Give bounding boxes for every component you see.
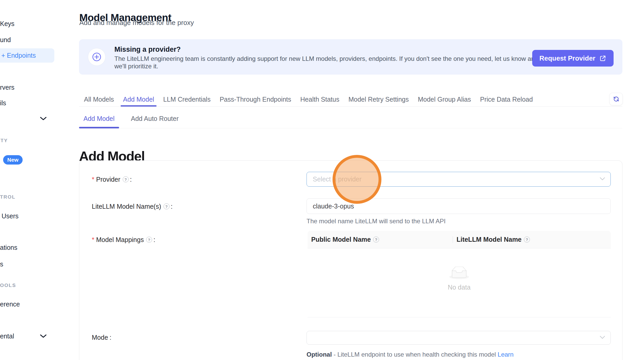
- sidebar-item-experimental[interactable]: ental: [0, 332, 14, 340]
- help-icon[interactable]: ?: [123, 176, 129, 182]
- mode-label: Mode :: [92, 334, 112, 341]
- sidebar-item-playground[interactable]: und: [0, 36, 11, 44]
- tab-price-data-reload[interactable]: Price Data Reload: [479, 92, 534, 106]
- sidebar-section-tools: OOLS: [0, 283, 16, 288]
- model-tabs: All Models Add Model LLM Credentials Pas…: [79, 92, 622, 107]
- sidebar-item-teams[interactable]: s: [0, 260, 3, 268]
- provider-placeholder: Select a provider: [313, 175, 362, 183]
- tab-llm-credentials[interactable]: LLM Credentials: [162, 92, 211, 106]
- sidebar-item-keys[interactable]: Keys: [0, 20, 15, 28]
- sidebar-item-servers[interactable]: rvers: [0, 84, 15, 91]
- sidebar-section-access-control: TROL: [0, 194, 16, 200]
- tab-pass-through-endpoints[interactable]: Pass-Through Endpoints: [219, 92, 292, 106]
- column-public-model-name: Public Model Name ?: [308, 236, 453, 243]
- model-name-helper: The model name LiteLLM will send to the …: [307, 218, 446, 225]
- empty-state: No data: [308, 267, 611, 291]
- page-subtitle: Add and manage models for the proxy: [79, 19, 194, 27]
- sidebar-item-guardrails[interactable]: ils: [0, 99, 6, 107]
- model-mappings-table: Public Model Name ? LiteLLM Model Name ?: [308, 231, 611, 317]
- tab-all-models[interactable]: All Models: [83, 92, 115, 106]
- banner-body-line2: we'll prioritize it.: [114, 62, 538, 70]
- refresh-icon: [613, 96, 620, 102]
- banner-body: The LiteLLM engineering team is constant…: [114, 55, 538, 70]
- new-badge[interactable]: New: [3, 155, 23, 165]
- sidebar-section-label: TY: [1, 138, 8, 143]
- external-link-icon: [599, 55, 606, 62]
- sidebar: Keys und + Endpoints rvers ils TY New TR…: [0, 0, 62, 360]
- banner-body-line1: The LiteLLM engineering team is constant…: [114, 55, 538, 62]
- sidebar-item-api-reference[interactable]: erence: [0, 300, 20, 308]
- plus-circle-icon: [88, 48, 106, 66]
- help-icon[interactable]: ?: [146, 237, 152, 243]
- help-icon[interactable]: ?: [373, 237, 379, 243]
- table-empty-body: No data: [308, 248, 611, 317]
- provider-label: * Provider ? :: [92, 176, 132, 183]
- missing-provider-banner: Missing a provider? The LiteLLM engineer…: [79, 39, 622, 75]
- sidebar-item-models-endpoints[interactable]: + Endpoints: [1, 52, 36, 59]
- chevron-down-icon: [600, 177, 605, 182]
- request-provider-button[interactable]: Request Provider: [532, 50, 614, 67]
- chevron-down-icon[interactable]: [40, 116, 47, 121]
- chevron-down-icon[interactable]: [40, 334, 47, 338]
- refresh-button[interactable]: [609, 93, 623, 105]
- tab-health-status[interactable]: Health Status: [300, 92, 340, 106]
- mode-select[interactable]: [307, 331, 611, 345]
- provider-select[interactable]: Select a provider: [307, 172, 611, 187]
- request-provider-label: Request Provider: [539, 54, 595, 62]
- model-name-label: LiteLLM Model Name(s) ? :: [92, 203, 173, 210]
- tab-model-retry-settings[interactable]: Model Retry Settings: [348, 92, 409, 106]
- empty-inbox-icon: [449, 267, 469, 280]
- help-icon[interactable]: ?: [524, 237, 530, 243]
- subtab-add-auto-router[interactable]: Add Auto Router: [127, 109, 183, 128]
- chevron-down-icon: [600, 336, 605, 340]
- subtab-add-model[interactable]: Add Model: [79, 109, 119, 128]
- mode-helper: Optional - LiteLLM endpoint to use when …: [307, 350, 611, 360]
- no-data-text: No data: [308, 284, 611, 291]
- required-mark: *: [92, 176, 94, 183]
- sidebar-item-internal-users[interactable]: Users: [2, 212, 18, 220]
- tab-add-model[interactable]: Add Model: [122, 92, 155, 106]
- model-mappings-label: * Model Mappings ? :: [92, 236, 155, 244]
- sidebar-item-organizations[interactable]: ations: [0, 244, 17, 251]
- help-icon[interactable]: ?: [164, 204, 170, 210]
- required-mark: *: [92, 236, 94, 244]
- column-divider: [453, 236, 453, 243]
- add-model-form-card: * Provider ? : Select a provider LiteLLM…: [79, 160, 622, 360]
- add-model-subtabs: Add Model Add Auto Router: [79, 107, 622, 128]
- mode-helper-bold: Optional: [307, 351, 332, 358]
- tab-model-group-alias[interactable]: Model Group Alias: [417, 92, 472, 106]
- table-header-row: Public Model Name ? LiteLLM Model Name ?: [308, 231, 611, 248]
- learn-more-link[interactable]: Learn: [498, 351, 513, 358]
- model-name-input[interactable]: [307, 198, 611, 214]
- banner-title: Missing a provider?: [114, 45, 181, 54]
- column-litellm-model-name: LiteLLM Model Name ?: [453, 236, 611, 243]
